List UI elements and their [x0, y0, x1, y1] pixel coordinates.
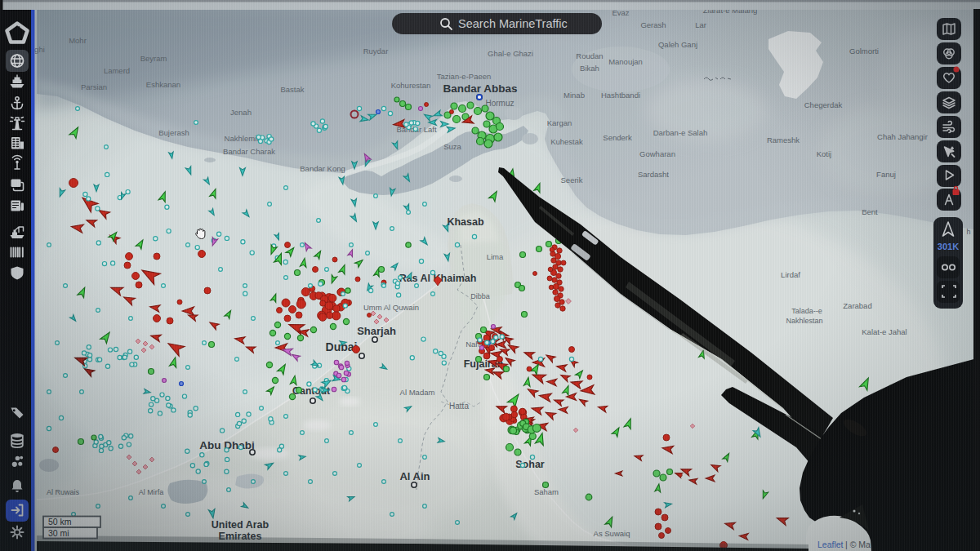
- svg-text:50 km: 50 km: [48, 517, 72, 527]
- svg-text:Hatta: Hatta: [449, 402, 469, 411]
- svg-text:Sharjah: Sharjah: [357, 325, 396, 337]
- svg-text:Al Madam: Al Madam: [400, 388, 435, 397]
- svg-text:Roudan: Roudan: [576, 51, 603, 60]
- svg-text:Qaleh Ganj: Qaleh Ganj: [658, 40, 697, 49]
- svg-text:Lima: Lima: [487, 252, 504, 261]
- svg-text:h: h: [966, 228, 970, 236]
- svg-text:Jenah: Jenah: [230, 108, 252, 117]
- svg-text:Bandar Abbas: Bandar Abbas: [443, 82, 517, 95]
- svg-text:Eshkanan: Eshkanan: [146, 80, 180, 89]
- svg-text:Beyram: Beyram: [140, 54, 167, 63]
- svg-text:Al Ruwais: Al Ruwais: [47, 488, 80, 496]
- svg-text:Umm Al Quwain: Umm Al Quwain: [363, 303, 419, 312]
- svg-text:Search MarineTraffic: Search MarineTraffic: [458, 17, 568, 30]
- svg-text:Kalat-e Jahal: Kalat-e Jahal: [862, 327, 906, 336]
- svg-text:As Suwaiq: As Suwaiq: [594, 529, 630, 538]
- svg-text:Bent: Bent: [862, 207, 878, 216]
- svg-text:Lar: Lar: [695, 20, 706, 29]
- svg-text:Chah Jahangir: Chah Jahangir: [877, 132, 928, 141]
- svg-text:Golmorti: Golmorti: [849, 47, 879, 56]
- svg-text:Minab: Minab: [564, 91, 585, 100]
- svg-text:Manoujan: Manoujan: [608, 57, 643, 66]
- svg-text:Kohurestan: Kohurestan: [391, 81, 431, 90]
- svg-text:United Arab: United Arab: [212, 519, 270, 531]
- svg-text:Al Mirfa: Al Mirfa: [139, 488, 164, 496]
- svg-text:Mohr: Mohr: [69, 36, 87, 45]
- svg-text:Darban-e Salah: Darban-e Salah: [653, 128, 708, 137]
- svg-text:Sohar: Sohar: [515, 459, 545, 470]
- svg-text:Sardasht: Sardasht: [638, 170, 669, 179]
- svg-text:Kotij: Kotij: [817, 149, 831, 158]
- svg-text:Gerash: Gerash: [640, 20, 666, 29]
- svg-text:Khasab: Khasab: [447, 216, 484, 228]
- svg-text:Bujerash: Bujerash: [158, 128, 189, 137]
- svg-text:30 mi: 30 mi: [48, 528, 69, 538]
- svg-text:Bikah: Bikah: [580, 64, 599, 73]
- svg-text:Nakhlemir: Nakhlemir: [225, 134, 260, 143]
- svg-text:Senderk: Senderk: [603, 133, 632, 142]
- svg-text:Hormuz: Hormuz: [485, 99, 514, 108]
- svg-text:Tazian-e-Paeen: Tazian-e-Paeen: [437, 72, 492, 81]
- svg-text:301K: 301K: [938, 242, 959, 251]
- svg-text:Bandar Charak: Bandar Charak: [223, 147, 275, 156]
- svg-text:Nakhlestan: Nakhlestan: [786, 317, 822, 325]
- svg-text:Chegerdak: Chegerdak: [804, 100, 843, 109]
- svg-text:Saham: Saham: [534, 487, 559, 496]
- svg-text:Parsian: Parsian: [81, 82, 107, 91]
- svg-text:Seerik: Seerik: [561, 176, 583, 184]
- svg-text:Bandar Kong: Bandar Kong: [300, 164, 345, 173]
- svg-text:Lamerd: Lamerd: [104, 66, 130, 75]
- svg-text:Hashtbandi: Hashtbandi: [601, 91, 640, 100]
- svg-text:Lirdaf: Lirdaf: [781, 270, 800, 279]
- svg-text:Suza: Suza: [443, 142, 461, 151]
- svg-text:Kargan: Kargan: [547, 118, 572, 127]
- svg-text:Bastak: Bastak: [280, 85, 304, 94]
- svg-text:Gowharan: Gowharan: [639, 149, 675, 158]
- svg-text:Dibba: Dibba: [470, 292, 490, 300]
- svg-text:Al Ain: Al Ain: [399, 470, 430, 482]
- svg-text:Fanuj: Fanuj: [876, 170, 896, 179]
- svg-text:| © Ma: | © Ma: [845, 540, 871, 549]
- svg-text:Talada--e: Talada--e: [791, 307, 822, 315]
- svg-text:Leaflet: Leaflet: [817, 540, 844, 549]
- svg-text:Kuhestak: Kuhestak: [550, 137, 583, 146]
- svg-text:Rameshk: Rameshk: [767, 136, 800, 144]
- svg-text:Ghal-e Ghazi: Ghal-e Ghazi: [488, 49, 533, 58]
- svg-text:Zarabad: Zarabad: [843, 301, 871, 310]
- svg-text:Ruydar: Ruydar: [363, 47, 389, 56]
